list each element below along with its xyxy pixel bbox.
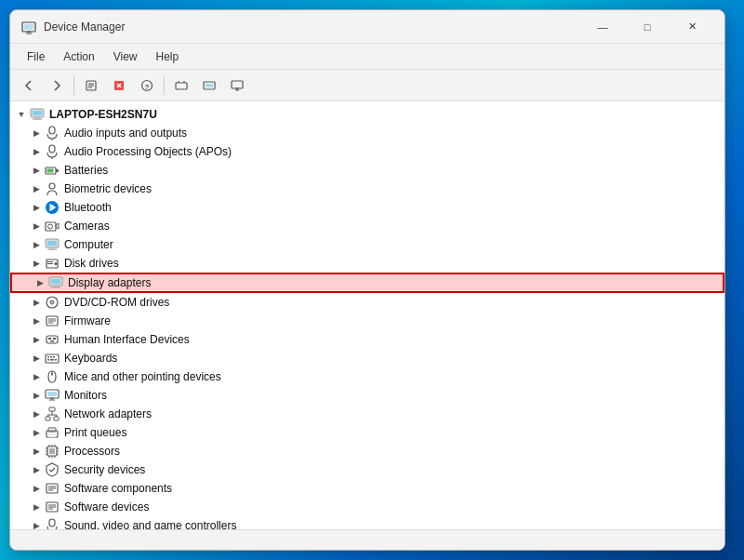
computer-expander[interactable]: ▶ xyxy=(29,235,44,254)
monitors-expander[interactable]: ▶ xyxy=(29,386,44,405)
hid-expander[interactable]: ▶ xyxy=(29,330,44,349)
dvd-expander[interactable]: ▶ xyxy=(29,293,44,312)
biometric-expander[interactable]: ▶ xyxy=(29,180,44,198)
tree-item-hid[interactable]: ▶ Human Interface Devices xyxy=(10,330,724,349)
tree-item-audio-inputs[interactable]: ▶ Audio inputs and outputs xyxy=(10,124,724,142)
svg-rect-60 xyxy=(46,336,58,343)
tree-item-software-components[interactable]: ▶ Software components xyxy=(10,479,724,498)
keyboards-expander[interactable]: ▶ xyxy=(29,349,44,367)
help-button[interactable]: ? xyxy=(134,73,160,98)
svg-rect-52 xyxy=(51,287,60,288)
title-bar: Device Manager — □ ✕ xyxy=(10,10,724,44)
print-expander[interactable]: ▶ xyxy=(29,423,44,442)
processors-expander[interactable]: ▶ xyxy=(29,442,44,460)
keyboards-label: Keyboards xyxy=(64,352,117,365)
svg-rect-62 xyxy=(53,338,56,340)
batteries-label: Batteries xyxy=(64,164,108,177)
menu-view[interactable]: View xyxy=(104,47,147,67)
menu-action[interactable]: Action xyxy=(54,47,103,67)
bluetooth-label: Bluetooth xyxy=(64,201,112,214)
network-expander[interactable]: ▶ xyxy=(29,405,44,423)
biometric-label: Biometric devices xyxy=(64,182,152,195)
display-button[interactable] xyxy=(224,73,250,98)
tree-item-firmware[interactable]: ▶ Firmware xyxy=(10,312,724,330)
svg-rect-80 xyxy=(54,417,59,420)
tree-item-security[interactable]: ▶ Security devices xyxy=(10,460,724,479)
audio-inputs-expander[interactable]: ▶ xyxy=(29,124,44,142)
disk-expander[interactable]: ▶ xyxy=(29,254,44,273)
audio-inputs-label: Audio inputs and outputs xyxy=(64,127,187,140)
svg-rect-87 xyxy=(48,434,56,435)
apo-label: Audio Processing Objects (APOs) xyxy=(64,145,232,158)
firmware-icon xyxy=(44,313,60,329)
tree-item-dvd[interactable]: ▶ DVD/CD-ROM drives xyxy=(10,293,724,312)
display-adapters-expander[interactable]: ▶ xyxy=(33,273,47,292)
bluetooth-expander[interactable]: ▶ xyxy=(29,198,44,217)
forward-button[interactable] xyxy=(44,73,70,98)
svg-rect-25 xyxy=(33,119,42,120)
tree-item-print[interactable]: ▶ Print queues xyxy=(10,423,724,442)
tree-item-computer[interactable]: ▶ Computer xyxy=(10,235,724,254)
tree-item-network[interactable]: ▶ Network adapters xyxy=(10,405,724,423)
maximize-button[interactable]: □ xyxy=(626,13,669,41)
svg-rect-63 xyxy=(50,340,54,342)
menu-file[interactable]: File xyxy=(18,47,54,67)
scan-button[interactable] xyxy=(168,73,194,98)
uninstall-button[interactable] xyxy=(106,73,132,98)
tree-item-batteries[interactable]: ▶ Batteries xyxy=(10,161,724,180)
svg-rect-64 xyxy=(46,354,59,363)
svg-rect-67 xyxy=(53,356,55,358)
svg-rect-78 xyxy=(49,407,55,411)
properties-button[interactable] xyxy=(78,73,104,98)
mice-expander[interactable]: ▶ xyxy=(29,367,44,386)
cameras-expander[interactable]: ▶ xyxy=(29,217,44,235)
toolbar-separator-2 xyxy=(164,76,165,95)
tree-item-sound[interactable]: ▶ Sound, video and game controllers xyxy=(10,516,724,529)
software-devices-expander[interactable]: ▶ xyxy=(29,498,44,516)
software-components-expander[interactable]: ▶ xyxy=(29,479,44,498)
svg-rect-18 xyxy=(232,81,243,88)
svg-rect-31 xyxy=(56,169,59,172)
batteries-expander[interactable]: ▶ xyxy=(29,161,44,180)
tree-item-cameras[interactable]: ▶ Cameras xyxy=(10,217,724,235)
svg-point-55 xyxy=(51,301,53,303)
apo-icon xyxy=(44,143,60,160)
display-adapters-icon xyxy=(47,274,64,291)
root-expander[interactable]: ▼ xyxy=(14,105,29,124)
tree-item-software-devices[interactable]: ▶ Software devices xyxy=(10,498,724,516)
update-driver-button[interactable] xyxy=(196,73,222,98)
sound-icon xyxy=(44,517,60,529)
root-computer-icon xyxy=(29,106,46,123)
back-button[interactable] xyxy=(16,73,42,98)
tree-item-processors[interactable]: ▶ xyxy=(10,442,724,460)
tree-root[interactable]: ▼ LAPTOP-ESH2SN7U xyxy=(10,105,724,124)
mice-icon xyxy=(44,368,60,385)
firmware-expander[interactable]: ▶ xyxy=(29,312,44,330)
close-button[interactable]: ✕ xyxy=(671,13,713,41)
tree-item-mice[interactable]: ▶ Mice and other pointing devices xyxy=(10,367,724,386)
security-expander[interactable]: ▶ xyxy=(29,460,44,479)
network-icon xyxy=(44,406,60,422)
tree-item-biometric[interactable]: ▶ Biometric devices xyxy=(10,180,724,198)
svg-rect-23 xyxy=(33,111,42,115)
mice-label: Mice and other pointing devices xyxy=(64,370,221,383)
tree-item-monitors[interactable]: ▶ Monitors xyxy=(10,386,724,405)
tree-item-disk[interactable]: ▶ Disk drives xyxy=(10,254,724,273)
svg-text:?: ? xyxy=(145,83,150,91)
tree-item-bluetooth[interactable]: ▶ Bluetooth xyxy=(10,198,724,217)
svg-rect-68 xyxy=(47,359,49,361)
svg-rect-13 xyxy=(176,83,187,89)
tree-item-display-adapters[interactable]: ▶ Display adapters xyxy=(10,273,724,293)
sound-expander[interactable]: ▶ xyxy=(29,516,44,529)
menu-help[interactable]: Help xyxy=(147,47,189,67)
svg-rect-42 xyxy=(47,241,57,246)
firmware-label: Firmware xyxy=(64,314,111,327)
apo-expander[interactable]: ▶ xyxy=(29,142,44,161)
minimize-button[interactable]: — xyxy=(581,13,624,41)
svg-rect-111 xyxy=(49,519,55,527)
svg-rect-90 xyxy=(49,448,55,454)
network-label: Network adapters xyxy=(64,407,152,420)
device-tree[interactable]: ▼ LAPTOP-ESH2SN7U ▶ xyxy=(10,101,724,529)
tree-item-apo[interactable]: ▶ Audio Processing Objects (APOs) xyxy=(10,142,724,161)
tree-item-keyboards[interactable]: ▶ Keyboards xyxy=(10,349,724,367)
